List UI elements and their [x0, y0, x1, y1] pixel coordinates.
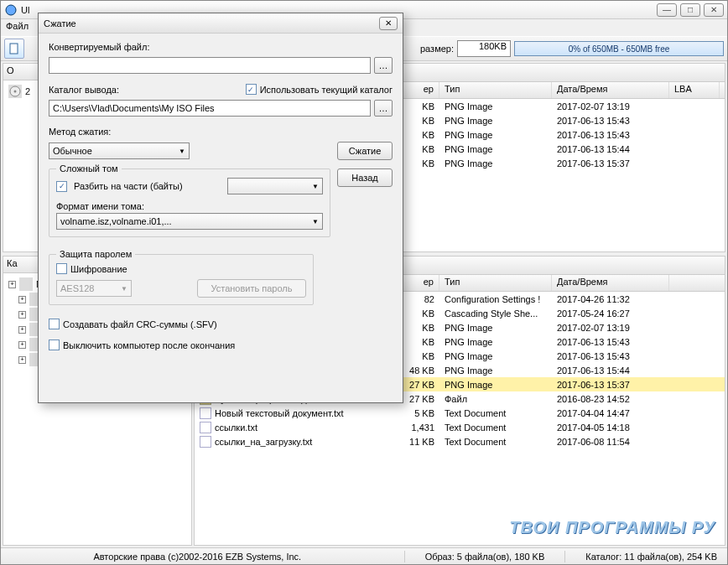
- svg-rect-1: [10, 44, 18, 54]
- menu-file[interactable]: Файл: [6, 21, 29, 31]
- method-select[interactable]: Обычное▼: [49, 143, 190, 159]
- expand-icon[interactable]: +: [18, 341, 26, 349]
- col-date[interactable]: Дата/Время: [552, 82, 669, 98]
- col-type[interactable]: Тип: [439, 82, 552, 98]
- encrypt-label: Шифрование: [70, 264, 127, 274]
- expand-icon[interactable]: +: [18, 296, 26, 303]
- split-label: Разбить на части (байты): [74, 181, 183, 191]
- file-input[interactable]: [49, 57, 371, 74]
- col-lba[interactable]: LBA: [669, 82, 720, 98]
- size-select[interactable]: 180KB: [457, 40, 511, 57]
- output-browse-button[interactable]: …: [374, 100, 393, 117]
- dialog-title: Сжатие: [44, 18, 379, 29]
- output-input[interactable]: [49, 100, 371, 117]
- minimize-button[interactable]: —: [657, 3, 677, 17]
- method-label: Метод сжатия:: [49, 127, 393, 137]
- crc-label: Создавать файл CRC-суммы (.SFV): [63, 319, 217, 329]
- expand-icon[interactable]: +: [8, 281, 16, 288]
- output-label: Каталог вывода:: [49, 85, 119, 95]
- size-label: размер:: [420, 44, 454, 54]
- new-button[interactable]: [4, 39, 24, 59]
- shutdown-checkbox[interactable]: [49, 340, 60, 350]
- use-current-checkbox[interactable]: ✓: [246, 84, 257, 95]
- dialog-close-button[interactable]: ✕: [379, 17, 398, 30]
- file-icon: [200, 407, 211, 419]
- folder-icon: [19, 277, 33, 291]
- close-button[interactable]: ✕: [704, 3, 724, 17]
- file-browse-button[interactable]: …: [374, 57, 393, 74]
- file-icon: [200, 422, 211, 433]
- volname-label: Формат имени тома:: [56, 201, 144, 211]
- status-image: Образ: 5 файла(ов), 180 KB: [425, 552, 545, 562]
- status-catalog: Каталог: 11 файла(ов), 254 KB: [585, 552, 717, 562]
- col-type[interactable]: Тип: [439, 275, 552, 291]
- compress-button[interactable]: Сжатие: [337, 142, 393, 160]
- shutdown-label: Выключить компьютер после окончания: [63, 340, 235, 350]
- volume-group-title: Сложный том: [56, 163, 122, 174]
- password-group-title: Защита паролем: [56, 249, 135, 259]
- svg-point-0: [6, 5, 16, 15]
- split-checkbox[interactable]: ✓: [56, 181, 67, 192]
- expand-icon[interactable]: +: [18, 311, 26, 319]
- table-row[interactable]: ссылки.txt1,431Text Document2017-04-05 1…: [195, 420, 725, 434]
- disc-icon: [8, 85, 22, 98]
- maximize-button[interactable]: □: [680, 3, 700, 17]
- app-icon: [4, 3, 18, 17]
- use-current-label: Использовать текущий каталог: [260, 85, 393, 95]
- volume-group: Сложный том ✓ Разбить на части (байты) ▼…: [49, 168, 330, 237]
- encrypt-checkbox[interactable]: [56, 263, 67, 274]
- table-row[interactable]: ссылки_на_загрузку.txt11 KBText Document…: [195, 434, 725, 448]
- table-row[interactable]: Новый текстовый документ.txt5 KBText Doc…: [195, 406, 725, 420]
- volname-select[interactable]: volname.isz,volname.i01,...▼: [56, 213, 323, 230]
- encrypt-method-select: AES128▼: [56, 280, 132, 297]
- progress-bar: 0% of 650MB - 650MB free: [514, 41, 724, 56]
- expand-icon[interactable]: +: [18, 326, 26, 334]
- watermark: ТВОИ ПРОГРАММЫ РУ: [509, 518, 715, 537]
- split-size-select[interactable]: ▼: [227, 178, 323, 194]
- expand-icon[interactable]: +: [18, 356, 26, 364]
- crc-checkbox[interactable]: [49, 319, 60, 329]
- set-password-button: Установить пароль: [197, 279, 306, 298]
- dialog-titlebar: Сжатие ✕: [39, 13, 403, 34]
- statusbar: Авторские права (c)2002-2016 EZB Systems…: [1, 547, 727, 564]
- password-group: Защита паролем Шифрование AES128▼ Устано…: [49, 254, 314, 305]
- col-date[interactable]: Дата/Время: [552, 275, 669, 291]
- file-icon: [200, 436, 211, 448]
- svg-point-3: [14, 91, 17, 93]
- status-copyright: Авторские права (c)2002-2016 EZB Systems…: [11, 552, 384, 562]
- compress-dialog: Сжатие ✕ Конвертируемый файл: … Каталог …: [38, 13, 403, 403]
- back-button[interactable]: Назад: [337, 168, 393, 187]
- file-label: Конвертируемый файл:: [49, 42, 393, 52]
